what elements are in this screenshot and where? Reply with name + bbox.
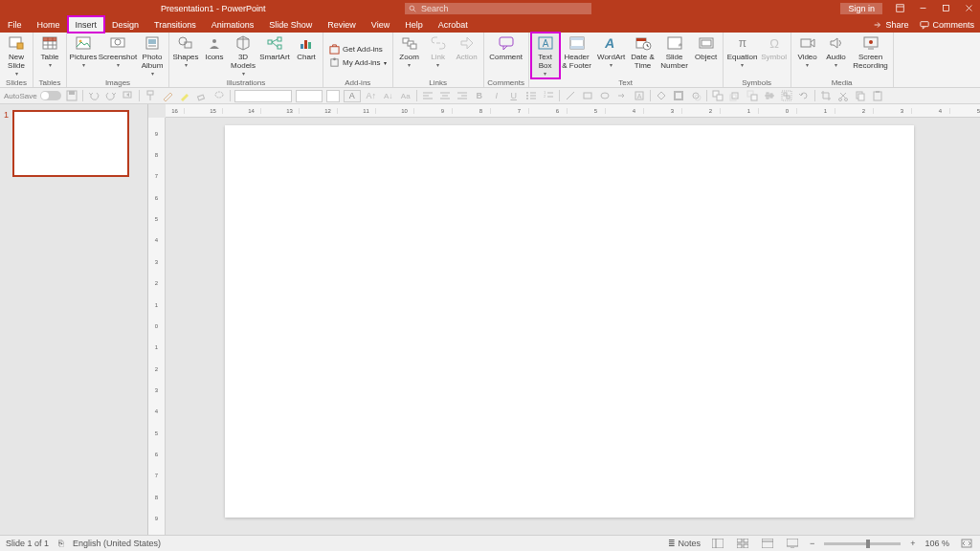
chart-button[interactable]: Chart <box>292 33 321 78</box>
comments-button[interactable]: Comments <box>914 16 980 33</box>
maximize-button[interactable] <box>934 0 957 16</box>
reading-view-icon[interactable] <box>760 538 775 549</box>
text-box-button[interactable]: A Text Box ▾ <box>531 33 560 78</box>
object-button[interactable]: Object <box>692 33 721 78</box>
3d-models-button[interactable]: 3D Models ▾ <box>229 33 257 78</box>
fit-to-window-icon[interactable] <box>959 538 974 549</box>
arrow-shape-icon[interactable] <box>615 89 629 102</box>
slide-sorter-view-icon[interactable] <box>735 538 750 549</box>
tab-design[interactable]: Design <box>104 16 146 33</box>
language-indicator[interactable]: English (United States) <box>73 539 161 548</box>
arrange-icon[interactable] <box>711 89 724 102</box>
align-right-icon[interactable] <box>456 89 469 102</box>
action-button[interactable]: Action <box>453 33 481 78</box>
symbol-button[interactable]: Ω Symbol <box>760 33 789 78</box>
notes-button[interactable]: ≣ Notes <box>668 539 701 548</box>
zoom-button[interactable]: Zoom ▾ <box>395 33 424 78</box>
get-addins-button[interactable]: Get Add-ins <box>327 43 389 55</box>
slide-number-button[interactable]: # Slide Number <box>657 33 692 78</box>
pen-icon[interactable] <box>161 89 174 102</box>
smartart-button[interactable]: SmartArt <box>257 33 292 78</box>
screen-recording-button[interactable]: Screen Recording <box>851 33 891 78</box>
search-box[interactable]: Search <box>405 3 591 14</box>
tab-slideshow[interactable]: Slide Show <box>261 16 320 33</box>
ribbon-display-options-button[interactable] <box>888 0 911 16</box>
share-button[interactable]: Share <box>867 16 914 33</box>
zoom-level[interactable]: 106 % <box>924 539 949 548</box>
link-button[interactable]: Link ▾ <box>424 33 453 78</box>
group-objects-icon[interactable] <box>780 89 793 102</box>
slide-thumbnail[interactable] <box>12 110 129 177</box>
tab-review[interactable]: Review <box>320 16 364 33</box>
rotate-icon[interactable] <box>797 89 811 102</box>
tab-file[interactable]: File <box>0 16 30 33</box>
tab-home[interactable]: Home <box>30 16 68 33</box>
wordart-button[interactable]: A WordArt ▾ <box>594 33 629 78</box>
minimize-button[interactable] <box>911 0 934 16</box>
tab-acrobat[interactable]: Acrobat <box>431 16 476 33</box>
underline-icon[interactable]: U <box>507 89 521 102</box>
shape-fill-icon[interactable] <box>655 89 668 102</box>
highlighter-icon[interactable] <box>178 89 191 102</box>
align-center-icon[interactable] <box>438 89 452 102</box>
decrease-font-icon[interactable]: A↓ <box>382 89 395 102</box>
font-color-button[interactable]: A <box>344 90 361 102</box>
change-case-icon[interactable]: Aa <box>399 89 412 102</box>
redo-icon[interactable] <box>104 89 118 102</box>
bring-forward-icon[interactable] <box>728 89 742 102</box>
photo-album-button[interactable]: Photo Album ▾ <box>138 33 167 78</box>
video-button[interactable]: Video ▾ <box>793 33 822 78</box>
sign-in-button[interactable]: Sign in <box>840 3 882 14</box>
format-painter-icon[interactable] <box>144 89 157 102</box>
font-name-combo[interactable] <box>234 90 292 102</box>
zoom-out-button[interactable]: − <box>810 539 814 548</box>
cut-icon[interactable] <box>836 89 850 102</box>
my-addins-button[interactable]: My Add-ins ▾ <box>327 56 389 69</box>
copy-icon[interactable] <box>854 89 867 102</box>
zoom-in-button[interactable]: + <box>910 539 915 548</box>
crop-icon[interactable] <box>819 89 833 102</box>
font-size-combo[interactable] <box>296 90 323 102</box>
rectangle-shape-icon[interactable] <box>581 89 594 102</box>
shape-outline-icon[interactable] <box>672 89 685 102</box>
autosave-toggle[interactable]: AutoSave <box>4 91 61 100</box>
lasso-icon[interactable] <box>212 89 226 102</box>
shapes-button[interactable]: Shapes ▾ <box>171 33 200 78</box>
date-time-button[interactable]: Date & Time <box>629 33 657 78</box>
slide-indicator[interactable]: Slide 1 of 1 <box>6 539 49 548</box>
tab-animations[interactable]: Animations <box>204 16 262 33</box>
shape-effects-icon[interactable] <box>689 89 702 102</box>
increase-font-icon[interactable]: A↑ <box>365 89 378 102</box>
new-slide-button[interactable]: New Slide ▾ <box>2 33 31 78</box>
tab-transitions[interactable]: Transitions <box>146 16 204 33</box>
align-left-icon[interactable] <box>421 89 434 102</box>
close-button[interactable] <box>957 0 980 16</box>
paste-icon[interactable] <box>871 89 884 102</box>
slideshow-view-icon[interactable] <box>785 538 800 549</box>
slide-thumbnails-pane[interactable]: 1 <box>0 104 148 535</box>
send-backward-icon[interactable] <box>746 89 759 102</box>
horizontal-ruler[interactable]: 1615141312111098765432101234567891011121… <box>166 104 980 118</box>
audio-button[interactable]: Audio ▾ <box>822 33 851 78</box>
line-shape-icon[interactable] <box>564 89 577 102</box>
screenshot-button[interactable]: Screenshot ▾ <box>98 33 138 78</box>
eraser-icon[interactable] <box>195 89 209 102</box>
zoom-slider[interactable] <box>824 542 901 545</box>
table-button[interactable]: Table ▾ <box>35 33 64 78</box>
vertical-ruler[interactable]: 9876543210123456789 <box>148 118 166 535</box>
pictures-button[interactable]: Pictures ▾ <box>69 33 98 78</box>
icons-button[interactable]: Icons <box>200 33 229 78</box>
tab-view[interactable]: View <box>364 16 397 33</box>
undo-icon[interactable] <box>87 89 100 102</box>
normal-view-icon[interactable] <box>710 538 725 549</box>
accessibility-icon[interactable]: ⎘ <box>58 539 63 548</box>
save-icon[interactable] <box>65 89 78 102</box>
tab-insert[interactable]: Insert <box>68 16 105 33</box>
bullets-icon[interactable] <box>524 89 538 102</box>
comment-button[interactable]: Comment <box>486 33 526 78</box>
tab-help[interactable]: Help <box>397 16 431 33</box>
numbering-icon[interactable]: 12 <box>542 89 555 102</box>
start-from-beginning-icon[interactable] <box>122 89 135 102</box>
slide-canvas[interactable] <box>225 125 914 518</box>
oval-shape-icon[interactable] <box>598 89 612 102</box>
